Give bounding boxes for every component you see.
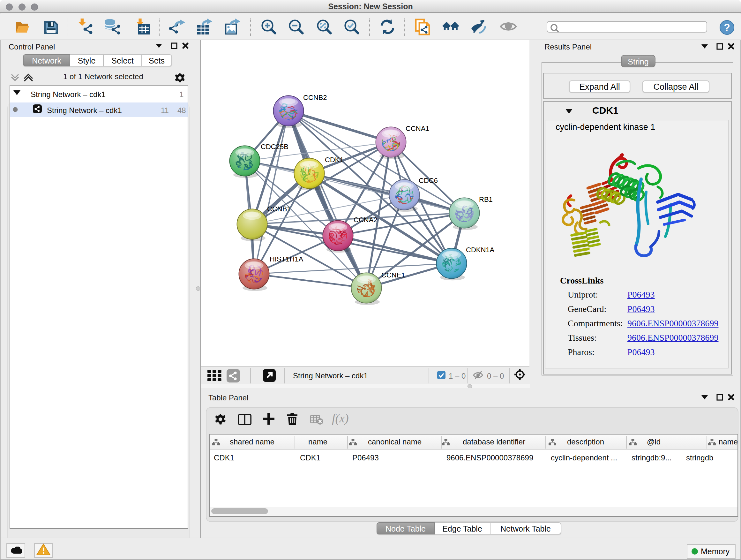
svg-text:RB1: RB1 — [479, 195, 493, 203]
svg-text:?: ? — [724, 22, 730, 33]
svg-text:HIST1H1A: HIST1H1A — [270, 255, 303, 263]
svg-text:CDC6: CDC6 — [419, 177, 438, 185]
svg-text:CCNA1: CCNA1 — [406, 125, 429, 132]
svg-text:CDC25B: CDC25B — [261, 143, 288, 151]
svg-text:CCNA2: CCNA2 — [354, 216, 378, 224]
svg-text:CDKN1A: CDKN1A — [466, 246, 495, 254]
svg-text:CCNB1: CCNB1 — [267, 205, 291, 213]
svg-text:CDK1: CDK1 — [325, 156, 344, 164]
svg-text:CCNB2: CCNB2 — [303, 94, 327, 102]
svg-text:CCNE1: CCNE1 — [381, 271, 405, 279]
